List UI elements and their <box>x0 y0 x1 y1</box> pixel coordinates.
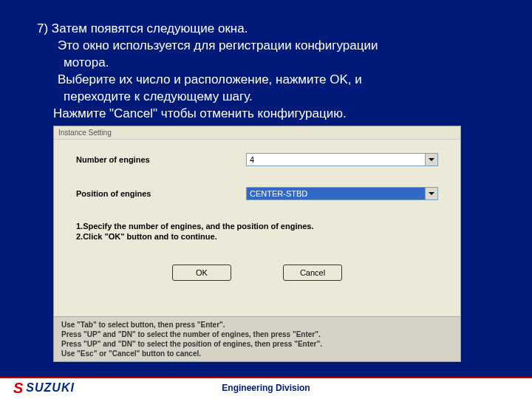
footer-caption: Engineering Division <box>0 383 532 393</box>
dialog-title: Instance Setting <box>54 126 460 140</box>
instruction-1: 1.Specify the number of engines, and the… <box>76 221 438 231</box>
instruction-2: 2.Click "OK" button and to continue. <box>76 231 438 242</box>
step-line5: переходите к следующему шагу. <box>37 89 495 106</box>
step-line6: Нажмите "Cancel" чтобы отменить конфигур… <box>37 106 495 123</box>
select-value: 4 <box>250 155 254 164</box>
step-text: 7) Затем появятся следующие окна. Это ок… <box>37 21 495 123</box>
step-number: 7) <box>37 21 48 35</box>
label-number-of-engines: Number of engines <box>76 155 246 164</box>
hint-panel: Use "Tab" to select button, then press "… <box>54 316 460 361</box>
row-position-of-engines: Position of engines CENTER-STBD <box>76 187 438 200</box>
slide-footer: S SUZUKI Engineering Division <box>0 377 532 399</box>
dialog-button-row: OK Cancel <box>76 265 438 281</box>
row-number-of-engines: Number of engines 4 <box>76 153 438 166</box>
hint-2: Press "UP" and "DN" to select the number… <box>61 330 453 339</box>
dialog-form: Number of engines 4 Position of engines … <box>54 140 460 288</box>
step-line2: Это окно используется для регистрации ко… <box>37 38 495 55</box>
chevron-down-icon <box>429 192 434 195</box>
select-number-of-engines[interactable]: 4 <box>246 153 438 166</box>
slide-body: 7) Затем появятся следующие окна. Это ок… <box>0 0 532 123</box>
step-line3: мотора. <box>37 55 495 72</box>
step-line4: Выберите их число и расположение, нажмит… <box>37 72 495 89</box>
ok-button[interactable]: OK <box>172 265 231 281</box>
hint-3: Press "UP" and "DN" to select the positi… <box>61 339 453 349</box>
dialog-instructions: 1.Specify the number of engines, and the… <box>76 221 438 242</box>
dialog-window: Instance Setting Number of engines 4 Pos… <box>53 126 461 362</box>
cancel-button[interactable]: Cancel <box>283 265 342 281</box>
hint-4: Use "Esc" or "Cancel" button to cancel. <box>61 349 453 358</box>
chevron-down-icon <box>429 158 434 161</box>
hint-1: Use "Tab" to select button, then press "… <box>61 320 453 330</box>
select-value: CENTER-STBD <box>250 189 307 198</box>
footer-accent-line <box>0 377 532 378</box>
label-position-of-engines: Position of engines <box>76 189 246 198</box>
select-position-of-engines[interactable]: CENTER-STBD <box>246 187 438 200</box>
step-line1: Затем появятся следующие окна. <box>52 21 248 35</box>
